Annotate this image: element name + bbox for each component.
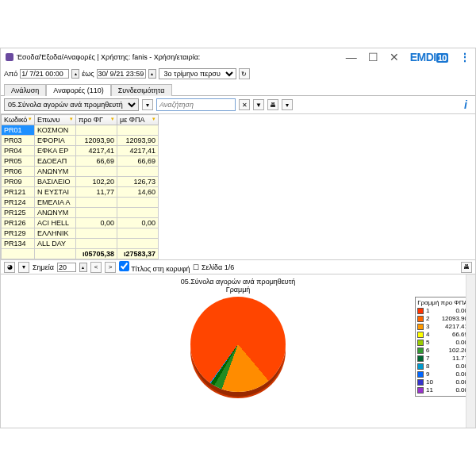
from-date-spinner[interactable]: ▴ [71, 69, 79, 79]
period-select[interactable]: 3ο τρίμηνο περσυ [159, 68, 236, 79]
cell-name[interactable]: ΕΛΛΗΝΙΚ [35, 228, 76, 239]
cell-name[interactable]: ΑΝΩΝΥΜ [35, 208, 76, 218]
cell-pre[interactable] [76, 198, 117, 208]
legend-item: 90.00 [417, 370, 468, 378]
table-row[interactable]: PR125ΑΝΩΝΥΜ [2, 208, 159, 218]
table-row[interactable]: PR129ΕΛΛΗΝΙΚ [2, 228, 159, 239]
close-button[interactable]: ✕ [390, 51, 399, 63]
points-spinner[interactable]: ▴ [79, 263, 87, 272]
cell-post[interactable]: 14,60 [117, 187, 159, 198]
cell-pre[interactable]: 102,20 [76, 177, 117, 187]
search-input[interactable] [156, 98, 236, 111]
cell-post[interactable]: 12093,90 [117, 136, 159, 146]
filter-funnel-icon[interactable]: ▾ [152, 116, 155, 122]
cell-post[interactable]: 66,69 [117, 156, 159, 167]
title-top-checkbox[interactable]: Τίτλος στη κορυφή [119, 261, 190, 273]
cell-pre[interactable] [76, 239, 117, 249]
cell-post[interactable] [117, 198, 159, 208]
cell-code[interactable]: PR134 [2, 239, 35, 249]
minimize-button[interactable]: — [346, 51, 357, 63]
table-row[interactable]: PR06ΑΝΩΝΥΜ [2, 167, 159, 177]
chart-dropdown-icon[interactable]: ▾ [18, 262, 29, 273]
filter-funnel-icon[interactable]: ▾ [111, 116, 114, 122]
cell-code[interactable]: PR126 [2, 218, 35, 228]
cell-code[interactable]: PR125 [2, 208, 35, 218]
cell-pre[interactable] [76, 228, 117, 239]
print-icon[interactable]: 🖶 [267, 99, 278, 110]
cell-code[interactable]: PR03 [2, 136, 35, 146]
cell-pre[interactable] [76, 125, 117, 136]
report-dropdown-icon[interactable]: ▾ [142, 99, 153, 110]
table-row[interactable]: PR126ACI HELL0,000,00 [2, 218, 159, 228]
cell-post[interactable] [117, 167, 159, 177]
cell-name[interactable]: ΑΝΩΝΥΜ [35, 167, 76, 177]
cell-code[interactable]: PR129 [2, 228, 35, 239]
cell-code[interactable]: PR124 [2, 198, 35, 208]
filter-funnel-icon[interactable]: ▾ [70, 116, 73, 122]
table-row[interactable]: PR01ΚΟΣΜΟΝ [2, 125, 159, 136]
to-date-input[interactable] [97, 69, 146, 79]
table-row[interactable]: PR121Ν ΕΥΣΤΑΙ11,7714,60 [2, 187, 159, 198]
cell-name[interactable]: ACI HELL [35, 218, 76, 228]
cell-post[interactable] [117, 228, 159, 239]
table-row[interactable]: PR04ΕΦΚΑ ΕΡ4217,414217,41 [2, 146, 159, 156]
print-dropdown-icon[interactable]: ▾ [282, 99, 293, 110]
table-row[interactable]: PR134ALL DAY [2, 239, 159, 249]
cell-pre[interactable]: 66,69 [76, 156, 117, 167]
points-input[interactable] [57, 263, 76, 272]
cell-pre[interactable]: 4217,41 [76, 146, 117, 156]
to-date-spinner[interactable]: ▴ [148, 69, 156, 79]
cell-code[interactable]: PR121 [2, 187, 35, 198]
cell-post[interactable]: 4217,41 [117, 146, 159, 156]
cell-code[interactable]: PR05 [2, 156, 35, 167]
cell-name[interactable]: ΕΔΟΕΑΠ [35, 156, 76, 167]
tab-connectivity[interactable]: Συνδεσιμότητα [111, 84, 172, 96]
cell-name[interactable]: ΕΦΚΑ ΕΡ [35, 146, 76, 156]
legend-swatch [417, 379, 424, 386]
cell-code[interactable]: PR04 [2, 146, 35, 156]
cell-post[interactable] [117, 208, 159, 218]
col-with-vat[interactable]: με ΦΠΑ▾ [117, 115, 159, 125]
cell-name[interactable]: Ν ΕΥΣΤΑΙ [35, 187, 76, 198]
report-select[interactable]: 05.Σύνολα αγορών ανά προμηθευτή [4, 98, 139, 111]
cell-post[interactable] [117, 125, 159, 136]
col-name[interactable]: Επωνυ▾ [35, 115, 76, 125]
cell-name[interactable]: ΕΜΕΛΙΑ Α [35, 198, 76, 208]
col-code[interactable]: Κωδικό▾ [2, 115, 35, 125]
col-pre-vat[interactable]: προ ΦΓ▾ [76, 115, 117, 125]
filter-icon[interactable]: ▼ [253, 99, 264, 110]
cell-name[interactable]: ΕΦΟΡΙΑ [35, 136, 76, 146]
table-row[interactable]: PR124ΕΜΕΛΙΑ Α [2, 198, 159, 208]
table-row[interactable]: PR05ΕΔΟΕΑΠ66,6966,69 [2, 156, 159, 167]
cell-code[interactable]: PR06 [2, 167, 35, 177]
cell-pre[interactable]: 0,00 [76, 218, 117, 228]
cell-name[interactable]: ΚΟΣΜΟΝ [35, 125, 76, 136]
menu-dots-icon[interactable]: ⋮ [459, 51, 470, 63]
chart-type-icon[interactable]: ◕ [4, 262, 15, 273]
table-row[interactable]: PR09ΒΑΣΙΛΕΙΟ102,20126,73 [2, 177, 159, 187]
next-page-icon[interactable]: > [105, 262, 116, 273]
chart-print-icon[interactable]: 🖶 [461, 262, 472, 273]
cell-post[interactable]: 126,73 [117, 177, 159, 187]
cell-name[interactable]: ALL DAY [35, 239, 76, 249]
maximize-button[interactable]: ☐ [368, 51, 378, 63]
cell-post[interactable]: 0,00 [117, 218, 159, 228]
cell-pre[interactable]: 12093,90 [76, 136, 117, 146]
vertical-scrollbar[interactable] [466, 274, 475, 428]
table-row[interactable]: PR03ΕΦΟΡΙΑ12093,9012093,90 [2, 136, 159, 146]
prev-page-icon[interactable]: < [90, 262, 102, 273]
info-icon[interactable]: i [464, 98, 472, 111]
filter-funnel-icon[interactable]: ▾ [29, 116, 32, 122]
from-date-input[interactable] [20, 69, 69, 79]
tab-reports[interactable]: Αναφορές (110) [46, 84, 110, 96]
cell-code[interactable]: PR09 [2, 177, 35, 187]
clear-search-icon[interactable]: ✕ [239, 99, 250, 110]
cell-code[interactable]: PR01 [2, 125, 35, 136]
cell-name[interactable]: ΒΑΣΙΛΕΙΟ [35, 177, 76, 187]
refresh-icon[interactable]: ↻ [239, 68, 250, 79]
cell-pre[interactable]: 11,77 [76, 187, 117, 198]
cell-post[interactable] [117, 239, 159, 249]
cell-pre[interactable] [76, 167, 117, 177]
cell-pre[interactable] [76, 208, 117, 218]
tab-analysis[interactable]: Ανάλυση [4, 84, 46, 96]
